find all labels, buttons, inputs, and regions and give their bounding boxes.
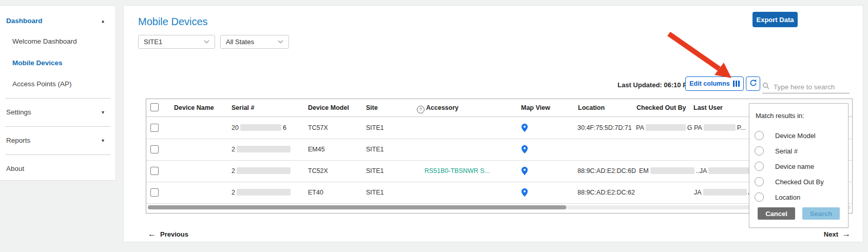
- option-checked-out-by[interactable]: Checked Out By: [749, 177, 848, 188]
- caret-up-icon[interactable]: [102, 18, 104, 24]
- table-row[interactable]: 2 ET40 SITE1 88:9C:AD:E2:DC:62 JAA...: [146, 182, 852, 204]
- map-pin-icon[interactable]: [522, 188, 528, 197]
- option-label: Location: [775, 193, 800, 201]
- sidebar-item-mobile-devices[interactable]: Mobile Devices: [12, 59, 63, 67]
- columns-icon: [733, 81, 740, 87]
- sidebar-item-settings[interactable]: Settings: [6, 108, 31, 116]
- arrow-left-icon: [148, 229, 156, 239]
- divider: [5, 126, 110, 127]
- table-row[interactable]: 2 TC52X SITE1 RS51B0-TBSNWR S... 88:9C:A…: [146, 160, 852, 182]
- table-header-row: Device Name Serial # Device Model Site A…: [146, 99, 852, 117]
- radio-button[interactable]: [755, 131, 764, 140]
- divider: [5, 98, 110, 99]
- row-checkbox[interactable]: [150, 124, 159, 132]
- row-checkbox[interactable]: [150, 145, 159, 153]
- page-title: Mobile Devices: [138, 16, 208, 28]
- col-header-accessory[interactable]: Accessory: [417, 104, 458, 113]
- radio-button[interactable]: [755, 192, 764, 202]
- col-header-location[interactable]: Location: [578, 104, 605, 111]
- previous-page-button[interactable]: Previous: [148, 229, 188, 239]
- cell-checked-out-by: PAG PAP...: [636, 117, 746, 139]
- col-header-map-view[interactable]: Map View: [521, 104, 550, 111]
- cell-location: 88:9C:AD:E2:DC:6D: [577, 160, 636, 182]
- site-filter-value: SITE1: [144, 38, 162, 46]
- redaction-box: [237, 167, 291, 174]
- cell-device-model: TC57X: [308, 117, 328, 139]
- table-row[interactable]: 2 EM45 SITE1: [146, 139, 852, 161]
- radio-button[interactable]: [755, 146, 764, 156]
- scrollbar-thumb[interactable]: [148, 205, 566, 209]
- popover-title: Match results in:: [756, 112, 804, 120]
- radio-button[interactable]: [755, 162, 764, 171]
- refresh-button[interactable]: [746, 76, 760, 91]
- row-checkbox[interactable]: [150, 188, 159, 197]
- col-header-serial[interactable]: Serial #: [232, 104, 254, 111]
- question-circle-icon[interactable]: [417, 106, 425, 113]
- option-label: Checked Out By: [775, 178, 824, 186]
- cell-device-model: TC52X: [308, 160, 328, 182]
- radio-button[interactable]: [755, 177, 764, 186]
- table-row[interactable]: 206 TC57X SITE1 30:4F:75:5D:7D:71 PAG PA…: [146, 117, 852, 139]
- caret-down-icon[interactable]: [102, 109, 104, 115]
- cell-serial: 206: [232, 117, 286, 139]
- map-pin-icon[interactable]: [522, 167, 528, 175]
- next-page-button[interactable]: Next: [824, 229, 851, 239]
- cell-location: 30:4F:75:5D:7D:71: [577, 117, 632, 139]
- redaction-box: [237, 189, 291, 196]
- sidebar-item-reports[interactable]: Reports: [6, 137, 30, 144]
- option-label: Device Model: [775, 132, 816, 140]
- redaction-box: [703, 189, 747, 196]
- edit-columns-button[interactable]: Edit columns: [685, 76, 744, 91]
- sidebar-item-welcome-dashboard[interactable]: Welcome Dashboard: [12, 37, 77, 45]
- cell-checked-out-by: EM..JAA...: [639, 160, 761, 182]
- search-icon: [762, 82, 769, 91]
- sidebar-item-access-points[interactable]: Access Points (AP): [12, 80, 72, 88]
- devices-table: Device Name Serial # Device Model Site A…: [146, 99, 853, 214]
- cell-location: 88:9C:AD:E2:DC:62: [577, 182, 635, 203]
- redaction-box: [704, 124, 736, 131]
- row-checkbox[interactable]: [150, 167, 159, 175]
- app-window: Dashboard Welcome Dashboard Mobile Devic…: [0, 0, 868, 252]
- col-header-last-user[interactable]: Last User: [693, 104, 723, 111]
- cell-serial: 2: [232, 182, 292, 203]
- cell-site: SITE1: [366, 139, 384, 160]
- state-filter-dropdown[interactable]: All States: [220, 35, 289, 49]
- sidebar-item-dashboard[interactable]: Dashboard: [6, 17, 43, 25]
- search-input[interactable]: [773, 83, 846, 91]
- previous-label: Previous: [160, 230, 188, 238]
- col-header-site[interactable]: Site: [366, 104, 378, 111]
- search-button[interactable]: Search: [802, 207, 840, 220]
- export-data-button[interactable]: Export Data: [753, 12, 798, 27]
- col-header-device-model[interactable]: Device Model: [308, 104, 349, 111]
- select-all-checkbox[interactable]: [150, 103, 159, 111]
- cell-accessory-link[interactable]: RS51B0-TBSNWR S...: [425, 160, 490, 182]
- map-pin-icon[interactable]: [522, 145, 528, 153]
- option-location[interactable]: Location: [749, 192, 848, 203]
- chevron-down-icon: [278, 40, 283, 44]
- horizontal-scrollbar[interactable]: [148, 205, 851, 209]
- cell-device-model: ET40: [308, 182, 323, 203]
- site-filter-dropdown[interactable]: SITE1: [138, 35, 215, 49]
- state-filter-value: All States: [226, 38, 254, 46]
- page-background: [863, 0, 868, 252]
- option-serial[interactable]: Serial #: [749, 146, 848, 157]
- redaction-box: [650, 167, 695, 174]
- col-header-checked-out-by[interactable]: Checked Out By: [636, 104, 686, 111]
- option-device-name[interactable]: Device name: [749, 161, 848, 172]
- option-device-model[interactable]: Device Model: [749, 130, 848, 142]
- cell-site: SITE1: [366, 117, 384, 139]
- next-label: Next: [824, 230, 838, 238]
- col-header-device-name[interactable]: Device Name: [174, 104, 214, 111]
- cell-site: SITE1: [366, 160, 384, 182]
- search-match-popover: Match results in: Device Model Serial # …: [749, 103, 848, 228]
- map-pin-icon[interactable]: [522, 124, 528, 132]
- caret-down-icon[interactable]: [102, 138, 104, 143]
- cell-serial: 2: [232, 160, 292, 182]
- redaction-box: [240, 124, 281, 131]
- redaction-box: [708, 167, 749, 174]
- cell-site: SITE1: [366, 182, 384, 203]
- sidebar-item-about[interactable]: About: [6, 165, 24, 172]
- search-field: [762, 81, 850, 93]
- cell-device-model: EM45: [308, 139, 325, 160]
- cancel-button[interactable]: Cancel: [758, 207, 795, 220]
